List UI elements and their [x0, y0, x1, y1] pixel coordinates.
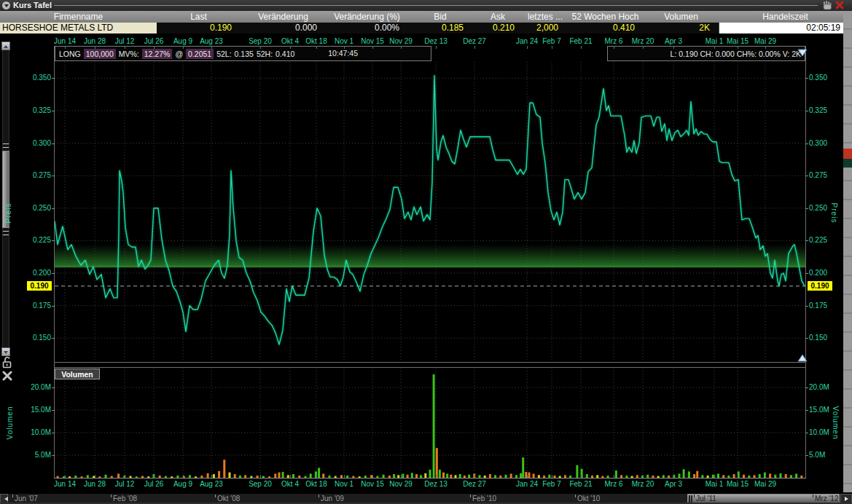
- date-tick-mark-bottom: [183, 475, 184, 478]
- price-tick-left: [52, 273, 55, 274]
- column-header[interactable]: Volumen: [644, 11, 719, 23]
- pane-collapse-bottom-icon[interactable]: [797, 354, 808, 362]
- date-tick-label-bottom: Apr 3: [652, 480, 695, 488]
- range-tick: [318, 495, 319, 497]
- right-scroll-strip[interactable]: [843, 11, 852, 492]
- last-price-cell: 0.190: [157, 23, 241, 34]
- volume-chart[interactable]: [55, 368, 805, 478]
- date-tick-label-top: Mai 29: [743, 37, 787, 45]
- collapse-panel-icon[interactable]: [2, 1, 10, 9]
- price-tick-right: [805, 111, 808, 111]
- date-tick-mark-bottom: [125, 475, 125, 478]
- date-tick-mark-bottom: [738, 475, 738, 478]
- column-header[interactable]: Firmenname: [0, 11, 157, 23]
- column-header[interactable]: Handelszeit: [719, 11, 852, 23]
- date-tick-mark-top: [95, 46, 95, 49]
- volume-axis-title-left: Volumen: [6, 406, 14, 440]
- l52-label: 52L:: [216, 50, 231, 58]
- price-axis-label-left: 0.325: [20, 106, 51, 114]
- date-tick-mark-top: [614, 46, 614, 49]
- volume-axis-label-right: 10.0M: [809, 428, 840, 436]
- change-cell: 0.000: [241, 23, 326, 34]
- volume-tick-right: [805, 433, 808, 433]
- date-tick-mark-bottom: [65, 475, 66, 478]
- range-tick: [111, 495, 112, 497]
- mv-value: 12.27%: [142, 49, 173, 59]
- trade-time-field[interactable]: 02:05:19: [719, 23, 845, 34]
- scroll-up-button[interactable]: [1, 42, 10, 50]
- volume-axis-label-left: 5.0M: [20, 451, 51, 459]
- mv-label: MV%:: [119, 50, 139, 58]
- range-tick: [694, 495, 695, 497]
- date-tick-mark-top: [65, 46, 66, 49]
- column-header[interactable]: Veränderung (%): [326, 11, 408, 23]
- strip-marker-red: [843, 149, 852, 159]
- date-tick-mark-top: [290, 46, 291, 49]
- date-tick-mark-top: [527, 46, 528, 49]
- range-year-label: Okt '10: [577, 495, 600, 503]
- price-chart[interactable]: [55, 62, 805, 362]
- column-header[interactable]: Ask: [472, 11, 523, 23]
- close-icon[interactable]: [835, 1, 844, 9]
- date-tick-mark-top: [316, 46, 317, 49]
- pane-collapse-top-icon[interactable]: [797, 49, 808, 57]
- date-tick-mark-top: [436, 46, 437, 49]
- volume-tick-left: [52, 455, 55, 456]
- date-tick-mark-top: [125, 46, 125, 49]
- company-name-cell[interactable]: HORSESHOE METALS LTD: [0, 23, 157, 34]
- price-tick-left: [52, 111, 55, 111]
- date-tick-label-top: Dez 27: [453, 37, 496, 45]
- date-tick-label-bottom: Mai 29: [743, 480, 787, 488]
- column-header[interactable]: 52 Wochen Hoch: [567, 11, 644, 23]
- unlock-icon[interactable]: [2, 355, 12, 369]
- price-tick-right: [805, 78, 808, 79]
- range-tick: [470, 495, 471, 497]
- date-tick-mark-bottom: [474, 475, 475, 478]
- date-tick-mark-bottom: [211, 475, 212, 478]
- price-tick-right: [805, 240, 808, 241]
- date-tick-mark-top: [765, 46, 766, 49]
- scrollbar-grip-top: [3, 143, 9, 148]
- at-label: @: [175, 50, 183, 58]
- price-tick-right: [805, 176, 808, 176]
- price-axis-label-left: 0.350: [20, 74, 51, 82]
- drag-handle-icon[interactable]: [822, 1, 832, 10]
- price-tick-left: [52, 78, 55, 79]
- volume-tick-right: [805, 387, 808, 388]
- date-tick-mark-bottom: [316, 475, 317, 478]
- chart-time: 10:47:45: [328, 49, 358, 58]
- quote-table-header: FirmennameLastVeränderungVeränderung (%)…: [0, 11, 852, 23]
- remove-chart-icon[interactable]: [2, 371, 12, 381]
- volume-pane-title: Volumen: [55, 369, 100, 379]
- panel-title: Kurs Tafel: [13, 1, 52, 9]
- volume-chart-svg: [55, 368, 805, 478]
- h52-label: 52H:: [257, 50, 273, 58]
- price-axis-label-left: 0.300: [20, 139, 51, 147]
- quote-table-row[interactable]: HORSESHOE METALS LTD 0.190 0.000 0.00% 0…: [0, 23, 852, 34]
- price-axis-title-left: Preis: [4, 203, 12, 224]
- date-tick-mark-top: [581, 46, 582, 49]
- date-tick-mark-bottom: [614, 475, 614, 478]
- price-axis-label-left: 0.275: [20, 171, 51, 179]
- column-header[interactable]: letztes ...: [523, 11, 567, 23]
- column-header[interactable]: Last: [157, 11, 241, 23]
- price-tick-left: [52, 143, 55, 144]
- bid-cell: 0.185: [408, 23, 472, 34]
- price-axis-label-right: 0.225: [809, 236, 840, 244]
- range-tick: [575, 495, 576, 497]
- date-tick-mark-bottom: [401, 475, 402, 478]
- volume-axis-label-right: 20.0M: [809, 383, 840, 391]
- date-tick-mark-bottom: [290, 475, 291, 478]
- column-header[interactable]: Veränderung: [241, 11, 326, 23]
- position-info-box: LONG 100,000 MV%: 12.27% @ 0.2051 52L: 0…: [55, 46, 431, 61]
- volume-tick-right: [805, 455, 808, 456]
- price-tick-left: [52, 208, 55, 209]
- price-axis-label-right: 0.350: [809, 74, 840, 82]
- time-range-scrollbar[interactable]: Jun '07Feb '08Okt '08Jun '09Feb '10Okt '…: [0, 493, 852, 503]
- date-tick-mark-top: [673, 46, 674, 49]
- price-tick-right: [805, 143, 808, 144]
- column-header[interactable]: Bid: [408, 11, 472, 23]
- price-axis-label-left: 0.250: [20, 204, 51, 212]
- ask-cell: 0.210: [472, 23, 523, 34]
- date-tick-mark-top: [183, 46, 184, 49]
